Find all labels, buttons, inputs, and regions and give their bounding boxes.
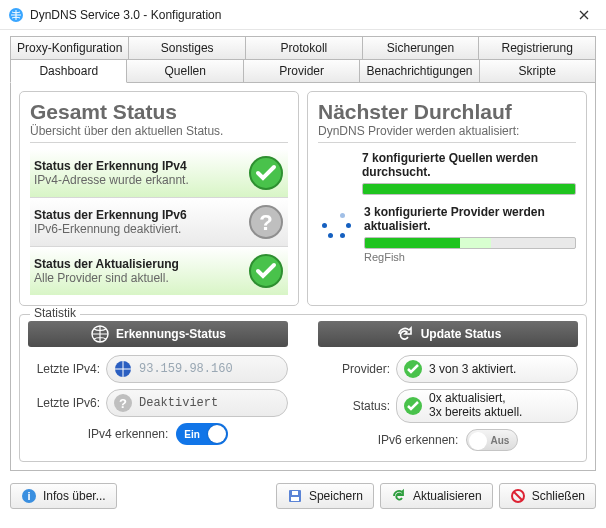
tab-dashboard[interactable]: Dashboard [10,59,127,83]
close-button[interactable]: Schließen [499,483,596,509]
info-icon: i [21,488,37,504]
nextrun-sources: 7 konfigurierte Quellen werden durchsuch… [362,151,576,195]
toggle-ipv4-detect[interactable]: Ein [176,423,228,445]
svg-rect-15 [292,491,298,495]
check-icon [248,253,284,289]
overall-subtitle: Übersicht über den aktuellen Status. [30,124,288,143]
stats-update: Update Status Provider: 3 von 3 aktivier… [318,321,578,451]
globe-icon [113,359,133,379]
about-button[interactable]: i Infos über... [10,483,117,509]
overall-title: Gesamt Status [30,100,288,124]
forbidden-icon [510,488,526,504]
stats-detection: Erkennungs-Status Letzte IPv4: 93.159.98… [28,321,288,451]
refresh-label: Aktualisieren [413,489,482,503]
check-icon [403,396,423,416]
tab-registration[interactable]: Registrierung [479,36,596,59]
svg-text:i: i [27,490,30,502]
status-label: Status: [318,399,390,413]
detect-ipv4-label: IPv4 erkennen: [88,427,169,441]
card-next-run: Nächster Durchlauf DynDNS Provider werde… [307,91,587,306]
close-label: Schließen [532,489,585,503]
svg-rect-14 [291,497,299,501]
nextrun-title: Nächster Durchlauf [318,100,576,124]
nextrun-sources-label: 7 konfigurierte Quellen werden durchsuch… [362,151,538,179]
status-ipv6-desc: IPv6-Erkennung deaktiviert. [34,222,181,236]
tab-providers[interactable]: Provider [244,59,360,83]
provider-label: Provider: [318,362,390,376]
globe-icon [90,324,110,344]
update-header: Update Status [318,321,578,347]
tab-sources[interactable]: Quellen [127,59,243,83]
tab-protocol[interactable]: Protokoll [246,36,363,59]
refresh-icon [395,324,415,344]
detect-ipv6-label: IPv6 erkennen: [378,433,459,447]
dashboard-panel: Gesamt Status Übersicht über den aktuell… [10,83,596,471]
tab-backups[interactable]: Sicherungen [363,36,480,59]
detection-header-text: Erkennungs-Status [116,327,226,341]
status-update-title: Status der Aktualisierung [34,257,179,271]
provider-pill: 3 von 3 aktiviert. [396,355,578,383]
status-update: Status der Aktualisierung Alle Provider … [30,247,288,295]
nextrun-current-provider: RegFish [364,251,576,263]
nextrun-providers: 3 konfigurierte Provider werden aktualis… [364,205,576,263]
toggle-ipv6-detect[interactable]: Aus [466,429,518,451]
spinner-icon [318,209,352,243]
tab-scripts[interactable]: Skripte [480,59,596,83]
toggle-ipv6-state: Aus [490,435,509,446]
progress-providers [364,237,576,249]
last-ipv6-value: Deaktiviert [139,396,218,410]
footer: i Infos über... Speichern Aktualisieren … [0,477,606,515]
progress-sources [362,183,576,195]
status-update-desc: Alle Provider sind aktuell. [34,271,169,285]
window-title: DynDNS Service 3.0 - Konfiguration [30,8,562,22]
fieldset-statistics: Statistik Erkennungs-Status Letzte IPv4:… [19,314,587,462]
question-icon: ? [248,204,284,240]
close-icon [579,10,589,20]
last-ipv6-label: Letzte IPv6: [28,396,100,410]
tabs-bottom: Dashboard Quellen Provider Benachrichtig… [10,59,596,83]
last-ipv4-label: Letzte IPv4: [28,362,100,376]
save-label: Speichern [309,489,363,503]
last-ipv4-pill: 93.159.98.160 [106,355,288,383]
status-ipv4-desc: IPv4-Adresse wurde erkannt. [34,173,189,187]
question-icon: ? [113,393,133,413]
status-pill: 0x aktualisiert,3x bereits aktuell. [396,389,578,423]
update-header-text: Update Status [421,327,502,341]
status-ipv4-title: Status der Erkennung IPv4 [34,159,187,173]
status-ipv4: Status der Erkennung IPv4 IPv4-Adresse w… [30,149,288,198]
tab-proxy[interactable]: Proxy-Konfiguration [10,36,129,59]
window-close-button[interactable] [562,0,606,30]
about-label: Infos über... [43,489,106,503]
nextrun-subtitle: DynDNS Provider werden aktualisiert: [318,124,576,143]
save-button[interactable]: Speichern [276,483,374,509]
last-ipv6-pill: ? Deaktiviert [106,389,288,417]
tab-misc[interactable]: Sonstiges [129,36,246,59]
last-ipv4-value: 93.159.98.160 [139,362,233,376]
check-icon [248,155,284,191]
app-icon [8,7,24,23]
svg-text:?: ? [119,396,127,411]
nextrun-providers-label: 3 konfigurierte Provider werden aktualis… [364,205,545,233]
toggle-ipv4-state: Ein [184,429,200,440]
titlebar: DynDNS Service 3.0 - Konfiguration [0,0,606,30]
save-icon [287,488,303,504]
check-icon [403,359,423,379]
detection-header: Erkennungs-Status [28,321,288,347]
svg-text:?: ? [259,210,272,235]
card-overall-status: Gesamt Status Übersicht über den aktuell… [19,91,299,306]
status-ipv6: Status der Erkennung IPv6 IPv6-Erkennung… [30,198,288,247]
tab-notifications[interactable]: Benachrichtigungen [360,59,479,83]
refresh-button[interactable]: Aktualisieren [380,483,493,509]
provider-value: 3 von 3 aktiviert. [429,362,516,376]
status-ipv6-title: Status der Erkennung IPv6 [34,208,187,222]
tabs-top: Proxy-Konfiguration Sonstiges Protokoll … [10,36,596,59]
status-value: 0x aktualisiert,3x bereits aktuell. [429,392,522,420]
refresh-icon [391,488,407,504]
stats-legend: Statistik [30,306,80,320]
